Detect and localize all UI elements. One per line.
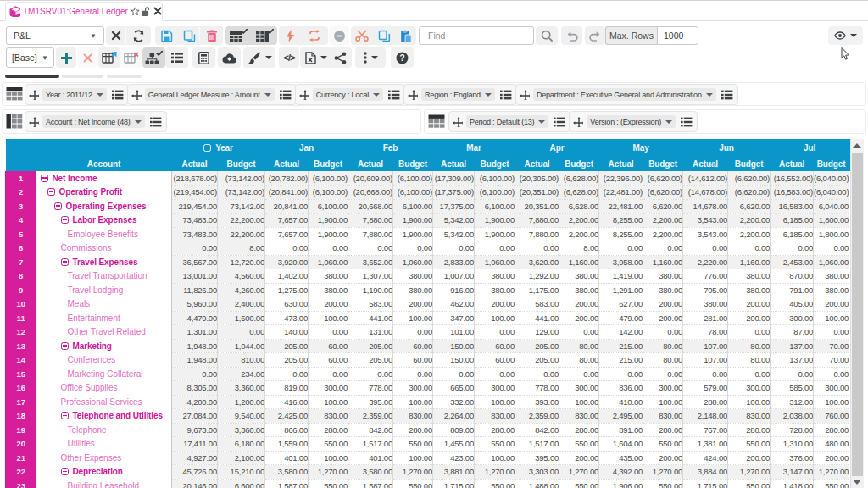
svg-text:?: ? (399, 53, 404, 63)
